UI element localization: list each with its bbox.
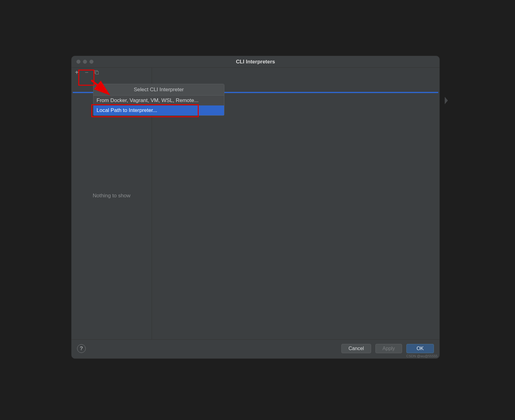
- ok-button[interactable]: OK: [406, 344, 434, 353]
- cancel-button-label: Cancel: [348, 346, 364, 351]
- dialog-footer: ? Cancel Apply OK: [71, 339, 439, 358]
- cancel-button[interactable]: Cancel: [341, 344, 371, 353]
- watermark: CSDN @wu@55555: [406, 354, 438, 358]
- dropdown-title: Select CLI Interpreter: [93, 84, 224, 96]
- apply-button[interactable]: Apply: [375, 344, 402, 353]
- dropdown-item-local[interactable]: Local Path to Interpreter...: [93, 105, 224, 115]
- add-interpreter-dropdown: Select CLI Interpreter From Docker, Vagr…: [93, 84, 224, 116]
- dropdown-item-remote[interactable]: From Docker, Vagrant, VM, WSL, Remote...: [93, 96, 224, 105]
- cli-interpreters-dialog: CLI Interpreters + − Nothing to show: [71, 56, 440, 359]
- apply-button-label: Apply: [383, 346, 395, 351]
- help-icon: ?: [80, 345, 83, 352]
- right-gutter-icon: [444, 95, 452, 106]
- dialog-body: + − Nothing to show Select CLI Interpret…: [71, 68, 439, 339]
- ok-button-label: OK: [417, 346, 424, 351]
- help-button[interactable]: ?: [77, 344, 86, 353]
